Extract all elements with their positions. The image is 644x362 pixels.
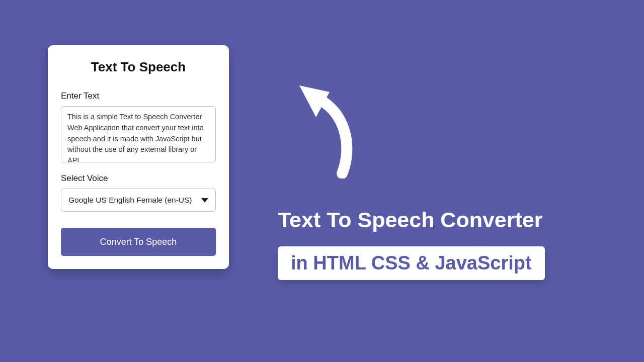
chevron-down-icon xyxy=(201,198,208,203)
enter-text-label: Enter Text xyxy=(61,91,216,101)
promo-headline: Text To Speech Converter xyxy=(278,207,615,233)
curved-arrow-icon xyxy=(282,73,367,180)
voice-section: Select Voice Google US English Female (e… xyxy=(61,173,216,212)
promo-area: Text To Speech Converter in HTML CSS & J… xyxy=(278,207,615,280)
select-voice-label: Select Voice xyxy=(61,173,216,184)
card-title: Text To Speech xyxy=(61,59,216,75)
convert-button[interactable]: Convert To Speech xyxy=(61,228,216,256)
voice-select-value: Google US English Female (en-US) xyxy=(68,196,201,205)
promo-badge: in HTML CSS & JavaScript xyxy=(278,246,545,280)
text-input[interactable] xyxy=(61,106,216,162)
tts-card: Text To Speech Enter Text Select Voice G… xyxy=(48,45,229,269)
voice-select[interactable]: Google US English Female (en-US) xyxy=(61,189,216,212)
